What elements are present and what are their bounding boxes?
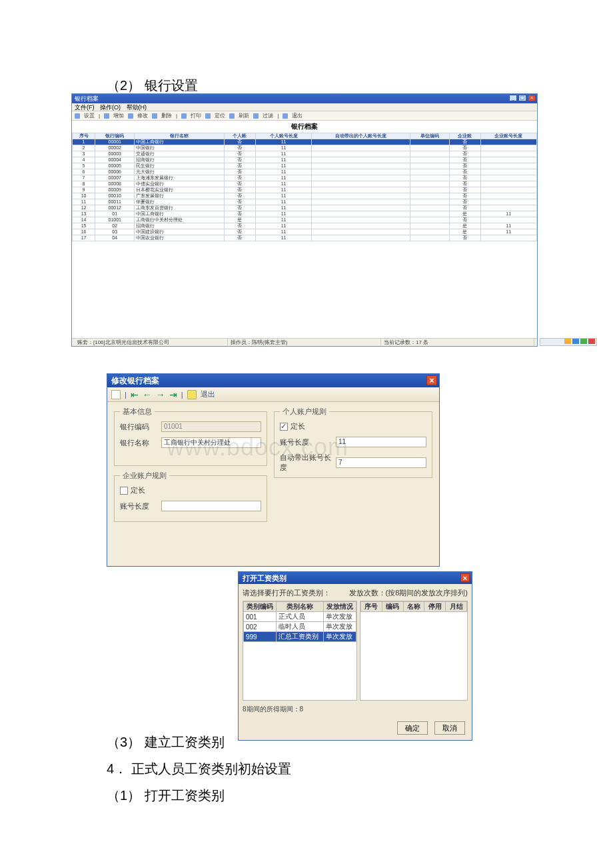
tray-icon[interactable] — [588, 339, 595, 344]
table-cell[interactable]: 7 — [73, 175, 95, 181]
table-cell[interactable]: 否 — [449, 193, 480, 199]
table-cell[interactable] — [410, 211, 449, 217]
table-cell[interactable]: 11 — [255, 169, 311, 175]
table-cell[interactable] — [410, 187, 449, 193]
exit-icon[interactable] — [283, 113, 288, 119]
table-cell[interactable]: 11 — [255, 223, 311, 229]
table-cell[interactable]: 否 — [225, 199, 256, 205]
table-row[interactable]: 400004招商银行否11否 — [73, 157, 537, 163]
table-cell[interactable]: 17 — [73, 235, 95, 241]
tb-add[interactable]: 增加 — [113, 112, 124, 119]
bank-name-input[interactable]: 工商银行中关村分理处 — [161, 437, 261, 448]
table-cell[interactable]: 00009 — [95, 187, 135, 193]
table-cell[interactable] — [312, 163, 410, 169]
table-cell[interactable]: 00007 — [95, 175, 135, 181]
table-cell[interactable]: 否 — [225, 139, 256, 145]
table-row[interactable]: 700007上海浦东发展银行否11否 — [73, 175, 537, 181]
col-elen[interactable]: 企业账号长度 — [480, 133, 537, 139]
table-cell[interactable]: 中国银行 — [135, 145, 225, 151]
table-cell[interactable]: 否 — [225, 193, 256, 199]
col-seq[interactable]: 序号 — [361, 602, 382, 612]
col-unitcode[interactable]: 单位编码 — [410, 133, 449, 139]
table-cell[interactable]: 002 — [244, 622, 277, 632]
close-icon[interactable]: × — [528, 95, 536, 101]
col-seq[interactable]: 序号 — [73, 133, 95, 139]
col-name[interactable]: 名称 — [403, 602, 424, 612]
table-cell[interactable]: 10 — [73, 193, 95, 199]
table-cell[interactable]: 中国建设银行 — [135, 229, 225, 235]
personal-len-input[interactable]: 11 — [336, 437, 426, 447]
print-icon[interactable] — [181, 113, 187, 119]
table-row[interactable]: 900009日本樱花实业银行否11否 — [73, 187, 537, 193]
table-cell[interactable]: 否 — [449, 169, 480, 175]
table-cell[interactable]: 否 — [449, 139, 480, 145]
table-cell[interactable] — [480, 163, 537, 169]
table-cell[interactable]: 11 — [255, 151, 311, 157]
table-cell[interactable] — [312, 157, 410, 163]
table-cell[interactable]: 工商东友百货银行 — [135, 205, 225, 211]
table-cell[interactable]: 中国工商银行 — [135, 211, 225, 217]
table-cell[interactable]: 11 — [255, 139, 311, 145]
table-cell[interactable]: 15 — [73, 223, 95, 229]
table-cell[interactable] — [480, 175, 537, 181]
table-cell[interactable] — [480, 217, 537, 223]
edit-icon[interactable] — [128, 113, 133, 119]
table-cell[interactable]: 中国农业银行 — [135, 235, 225, 241]
table-row[interactable]: 1100011华夏银行否11否 — [73, 199, 537, 205]
table-cell[interactable] — [312, 181, 410, 187]
table-cell[interactable]: 11 — [480, 211, 537, 217]
table-cell[interactable]: 否 — [225, 235, 256, 241]
save-icon[interactable] — [111, 390, 121, 399]
list-item[interactable]: 002临时人员单次发放 — [244, 622, 356, 632]
table-cell[interactable]: 16 — [73, 229, 95, 235]
table-cell[interactable]: 04 — [95, 235, 135, 241]
table-cell[interactable]: 9 — [73, 187, 95, 193]
col-code[interactable]: 编码 — [382, 602, 403, 612]
category-list[interactable]: 类别编码 类别名称 发放情况 001正式人员单次发放002临时人员单次发放999… — [243, 601, 357, 701]
table-cell[interactable] — [480, 187, 537, 193]
tb-filter[interactable]: 过滤 — [263, 112, 273, 119]
list-item[interactable]: 999汇总工资类别单次发放 — [244, 632, 356, 642]
table-cell[interactable] — [410, 217, 449, 223]
table-cell[interactable]: 否 — [225, 211, 256, 217]
table-cell[interactable] — [312, 211, 410, 217]
table-cell[interactable]: 11 — [255, 157, 311, 163]
add-icon[interactable] — [104, 113, 109, 119]
table-cell[interactable]: 00003 — [95, 151, 135, 157]
table-cell[interactable]: 00006 — [95, 169, 135, 175]
table-cell[interactable] — [312, 223, 410, 229]
table-cell[interactable]: 3 — [73, 151, 95, 157]
table-cell[interactable] — [312, 217, 410, 223]
table-cell[interactable]: 正式人员 — [277, 612, 323, 622]
table-row[interactable]: 600006光大银行否11否 — [73, 169, 537, 175]
table-cell[interactable]: 否 — [225, 151, 256, 157]
enterprise-len-input[interactable] — [161, 501, 261, 511]
table-cell[interactable]: 14 — [73, 217, 95, 223]
table-cell[interactable] — [480, 157, 537, 163]
table-cell[interactable] — [410, 229, 449, 235]
table-cell[interactable]: 11 — [255, 217, 311, 223]
table-cell[interactable] — [480, 145, 537, 151]
table-cell[interactable]: 华夏银行 — [135, 199, 225, 205]
col-auto[interactable]: 自动带出的个人账号长度 — [312, 133, 410, 139]
table-cell[interactable]: 招商银行 — [135, 223, 225, 229]
table-cell[interactable]: 否 — [449, 163, 480, 169]
last-icon[interactable]: ⇥ — [169, 389, 177, 400]
table-cell[interactable]: 02 — [95, 223, 135, 229]
table-cell[interactable]: 否 — [449, 187, 480, 193]
table-cell[interactable]: 否 — [449, 181, 480, 187]
cancel-button[interactable]: 取消 — [434, 721, 465, 735]
tb-locate[interactable]: 定位 — [215, 112, 225, 119]
table-cell[interactable]: 否 — [225, 145, 256, 151]
tb-delete[interactable]: 删除 — [161, 112, 172, 119]
table-cell[interactable]: 01 — [95, 211, 135, 217]
table-cell[interactable]: 11 — [255, 163, 311, 169]
table-cell[interactable]: 否 — [225, 181, 256, 187]
col-cat-name[interactable]: 类别名称 — [277, 602, 323, 612]
table-cell[interactable]: 否 — [449, 145, 480, 151]
table-cell[interactable] — [480, 199, 537, 205]
table-cell[interactable]: 汇总工资类别 — [277, 632, 323, 642]
col-enterprise[interactable]: 企业账 — [449, 133, 480, 139]
list-item[interactable]: 001正式人员单次发放 — [244, 612, 356, 622]
table-cell[interactable]: 否 — [449, 235, 480, 241]
